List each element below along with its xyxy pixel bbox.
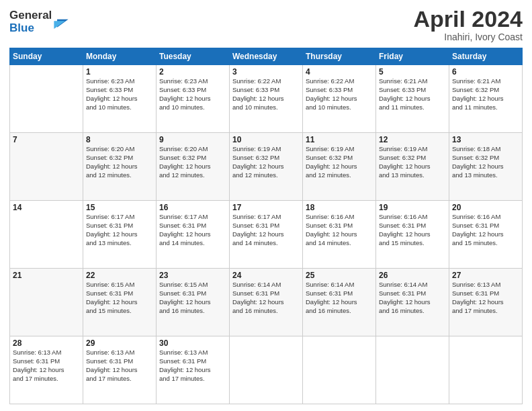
day-number: 23 (159, 271, 226, 280)
weekday-header: Friday (376, 48, 449, 65)
logo-text: General Blue (9, 9, 52, 34)
day-info: Sunrise: 6:21 AM Sunset: 6:32 PM Dayligh… (452, 77, 519, 111)
day-info: Sunrise: 6:19 AM Sunset: 6:32 PM Dayligh… (232, 145, 300, 179)
header: General Blue April 2024 Inahiri, Ivory C… (9, 7, 523, 42)
calendar-cell (376, 336, 449, 404)
calendar-cell: 20Sunrise: 6:16 AM Sunset: 6:31 PM Dayli… (449, 201, 523, 269)
day-number: 29 (86, 338, 153, 348)
day-info: Sunrise: 6:15 AM Sunset: 6:31 PM Dayligh… (86, 281, 153, 315)
calendar-cell: 9Sunrise: 6:20 AM Sunset: 6:32 PM Daylig… (157, 133, 230, 201)
day-number: 27 (452, 271, 519, 280)
calendar-cell: 4Sunrise: 6:22 AM Sunset: 6:33 PM Daylig… (303, 65, 376, 133)
weekday-header: Sunday (10, 48, 83, 65)
calendar-cell: 10Sunrise: 6:19 AM Sunset: 6:32 PM Dayli… (230, 133, 303, 201)
calendar-cell: 3Sunrise: 6:22 AM Sunset: 6:33 PM Daylig… (230, 65, 303, 133)
calendar-cell: 18Sunrise: 6:16 AM Sunset: 6:31 PM Dayli… (303, 201, 376, 269)
day-info: Sunrise: 6:19 AM Sunset: 6:32 PM Dayligh… (379, 145, 446, 179)
day-info: Sunrise: 6:15 AM Sunset: 6:31 PM Dayligh… (159, 281, 226, 315)
day-number: 13 (452, 135, 519, 144)
calendar-table: SundayMondayTuesdayWednesdayThursdayFrid… (9, 48, 523, 404)
day-number: 4 (306, 67, 373, 77)
weekday-header: Thursday (303, 48, 376, 65)
day-info: Sunrise: 6:22 AM Sunset: 6:33 PM Dayligh… (232, 77, 300, 111)
calendar-cell: 2Sunrise: 6:23 AM Sunset: 6:33 PM Daylig… (157, 65, 230, 133)
calendar-cell: 7 (10, 133, 83, 201)
day-number: 10 (232, 135, 300, 144)
weekday-header: Wednesday (230, 48, 303, 65)
day-info: Sunrise: 6:17 AM Sunset: 6:31 PM Dayligh… (86, 213, 153, 247)
calendar-cell: 16Sunrise: 6:17 AM Sunset: 6:31 PM Dayli… (157, 201, 230, 269)
logo-general: General (9, 9, 52, 22)
day-number: 12 (379, 135, 446, 144)
day-number: 22 (86, 271, 153, 280)
calendar-cell (303, 336, 376, 404)
calendar-cell: 17Sunrise: 6:17 AM Sunset: 6:31 PM Dayli… (230, 201, 303, 269)
day-number: 5 (379, 67, 446, 77)
day-info: Sunrise: 6:16 AM Sunset: 6:31 PM Dayligh… (306, 213, 373, 247)
calendar-cell: 30Sunrise: 6:13 AM Sunset: 6:31 PM Dayli… (157, 336, 230, 404)
day-info: Sunrise: 6:13 AM Sunset: 6:31 PM Dayligh… (13, 349, 80, 383)
calendar-week-row: 78Sunrise: 6:20 AM Sunset: 6:32 PM Dayli… (10, 133, 523, 201)
calendar-cell: 5Sunrise: 6:21 AM Sunset: 6:33 PM Daylig… (376, 65, 449, 133)
day-info: Sunrise: 6:16 AM Sunset: 6:31 PM Dayligh… (452, 213, 519, 247)
day-number: 1 (86, 67, 153, 77)
day-number: 2 (159, 67, 226, 77)
day-info: Sunrise: 6:18 AM Sunset: 6:32 PM Dayligh… (452, 145, 519, 179)
day-number: 9 (159, 135, 226, 144)
day-info: Sunrise: 6:23 AM Sunset: 6:33 PM Dayligh… (86, 77, 153, 111)
weekday-header-row: SundayMondayTuesdayWednesdayThursdayFrid… (10, 48, 523, 65)
calendar-subtitle: Inahiri, Ivory Coast (413, 32, 523, 42)
calendar-week-row: 28Sunrise: 6:13 AM Sunset: 6:31 PM Dayli… (10, 336, 523, 404)
calendar-cell: 26Sunrise: 6:14 AM Sunset: 6:31 PM Dayli… (376, 269, 449, 336)
calendar-cell: 1Sunrise: 6:23 AM Sunset: 6:33 PM Daylig… (83, 65, 157, 133)
day-info: Sunrise: 6:13 AM Sunset: 6:31 PM Dayligh… (86, 349, 153, 383)
calendar-cell: 21 (10, 269, 83, 336)
day-number: 19 (379, 203, 446, 212)
calendar-cell (230, 336, 303, 404)
calendar-week-row: 1415Sunrise: 6:17 AM Sunset: 6:31 PM Day… (10, 201, 523, 269)
day-number: 25 (306, 271, 373, 280)
calendar-cell: 12Sunrise: 6:19 AM Sunset: 6:32 PM Dayli… (376, 133, 449, 201)
day-info: Sunrise: 6:14 AM Sunset: 6:31 PM Dayligh… (232, 281, 300, 315)
day-info: Sunrise: 6:14 AM Sunset: 6:31 PM Dayligh… (306, 281, 373, 315)
calendar-cell: 13Sunrise: 6:18 AM Sunset: 6:32 PM Dayli… (449, 133, 523, 201)
day-info: Sunrise: 6:19 AM Sunset: 6:32 PM Dayligh… (306, 145, 373, 179)
day-info: Sunrise: 6:17 AM Sunset: 6:31 PM Dayligh… (159, 213, 226, 247)
day-info: Sunrise: 6:23 AM Sunset: 6:33 PM Dayligh… (159, 77, 226, 111)
calendar-cell: 28Sunrise: 6:13 AM Sunset: 6:31 PM Dayli… (10, 336, 83, 404)
day-number: 14 (13, 203, 80, 212)
day-info: Sunrise: 6:13 AM Sunset: 6:31 PM Dayligh… (159, 349, 226, 383)
calendar-cell: 8Sunrise: 6:20 AM Sunset: 6:32 PM Daylig… (83, 133, 157, 201)
day-number: 15 (86, 203, 153, 212)
calendar-cell: 14 (10, 201, 83, 269)
calendar-cell: 27Sunrise: 6:13 AM Sunset: 6:31 PM Dayli… (449, 269, 523, 336)
day-number: 16 (159, 203, 226, 212)
calendar-cell: 15Sunrise: 6:17 AM Sunset: 6:31 PM Dayli… (83, 201, 157, 269)
title-block: April 2024 Inahiri, Ivory Coast (413, 7, 523, 42)
day-number: 30 (159, 338, 226, 348)
day-number: 24 (232, 271, 300, 280)
calendar-cell: 24Sunrise: 6:14 AM Sunset: 6:31 PM Dayli… (230, 269, 303, 336)
calendar-cell (10, 65, 83, 133)
calendar-cell: 11Sunrise: 6:19 AM Sunset: 6:32 PM Dayli… (303, 133, 376, 201)
day-info: Sunrise: 6:16 AM Sunset: 6:31 PM Dayligh… (379, 213, 446, 247)
day-number: 6 (452, 67, 519, 77)
calendar-cell: 23Sunrise: 6:15 AM Sunset: 6:31 PM Dayli… (157, 269, 230, 336)
calendar-cell: 29Sunrise: 6:13 AM Sunset: 6:31 PM Dayli… (83, 336, 157, 404)
day-number: 20 (452, 203, 519, 212)
logo-blue: Blue (9, 22, 52, 35)
weekday-header: Saturday (449, 48, 523, 65)
logo-icon (54, 11, 69, 29)
weekday-header: Tuesday (157, 48, 230, 65)
day-number: 8 (86, 135, 153, 144)
day-info: Sunrise: 6:20 AM Sunset: 6:32 PM Dayligh… (159, 145, 226, 179)
calendar-cell: 19Sunrise: 6:16 AM Sunset: 6:31 PM Dayli… (376, 201, 449, 269)
day-info: Sunrise: 6:21 AM Sunset: 6:33 PM Dayligh… (379, 77, 446, 111)
calendar-cell: 25Sunrise: 6:14 AM Sunset: 6:31 PM Dayli… (303, 269, 376, 336)
day-info: Sunrise: 6:17 AM Sunset: 6:31 PM Dayligh… (232, 213, 300, 247)
day-info: Sunrise: 6:14 AM Sunset: 6:31 PM Dayligh… (379, 281, 446, 315)
day-number: 17 (232, 203, 300, 212)
day-info: Sunrise: 6:13 AM Sunset: 6:31 PM Dayligh… (452, 281, 519, 315)
calendar-cell: 6Sunrise: 6:21 AM Sunset: 6:32 PM Daylig… (449, 65, 523, 133)
day-number: 7 (13, 135, 80, 144)
